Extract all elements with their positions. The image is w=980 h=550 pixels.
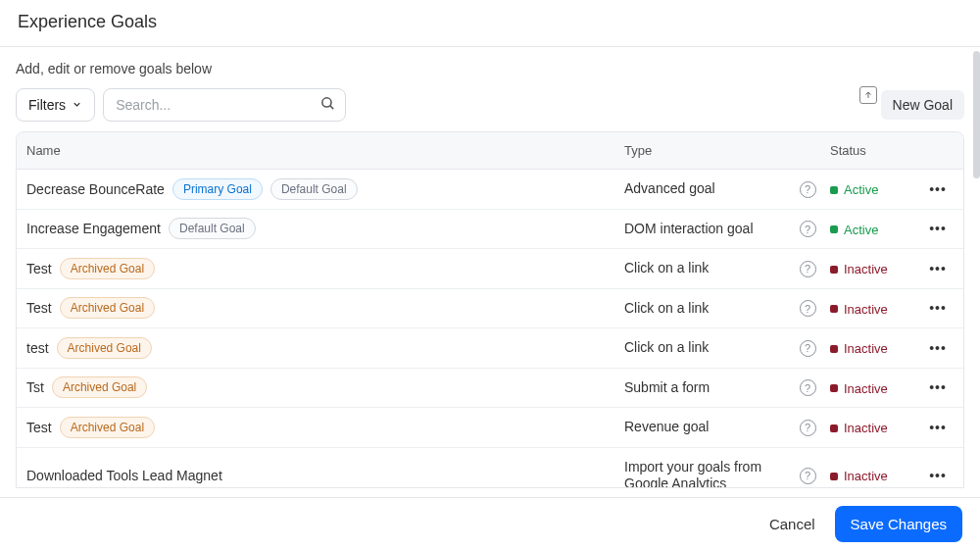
type-text: Click on a link — [624, 260, 709, 275]
cell-help: ? — [789, 379, 826, 397]
more-actions-icon[interactable]: ••• — [914, 468, 961, 483]
table-row: TstArchived GoalSubmit a form?Inactive••… — [17, 369, 963, 409]
help-icon[interactable]: ? — [800, 340, 816, 357]
cell-help: ? — [789, 419, 826, 436]
help-icon[interactable]: ? — [800, 221, 816, 237]
table-row: TestArchived GoalClick on a link?Inactiv… — [17, 249, 963, 289]
cell-status: Inactive — [826, 250, 914, 288]
cell-type: Click on a link — [620, 249, 789, 288]
left-controls: Filters — [16, 88, 346, 122]
status-dot-icon — [830, 305, 838, 313]
new-goal-button[interactable]: New Goal — [881, 90, 964, 120]
cell-status: Active — [826, 210, 914, 248]
more-actions-icon[interactable]: ••• — [914, 300, 961, 316]
cell-actions: ••• — [914, 379, 961, 395]
status-text: Active — [844, 223, 878, 237]
right-controls: New Goal — [859, 90, 964, 120]
footer: Cancel Save Changes — [0, 497, 980, 550]
more-actions-icon[interactable]: ••• — [914, 221, 961, 236]
cell-actions: ••• — [914, 181, 961, 197]
filters-label: Filters — [28, 97, 66, 113]
search-icon[interactable] — [319, 95, 336, 115]
type-text: Click on a link — [624, 300, 709, 316]
cell-actions: ••• — [914, 340, 961, 356]
cell-actions: ••• — [914, 221, 961, 236]
more-actions-icon[interactable]: ••• — [914, 340, 961, 356]
cell-type: Advanced goal — [620, 170, 789, 209]
status-chip: Inactive — [830, 262, 888, 276]
search-wrap — [103, 88, 346, 122]
cell-name: TstArchived Goal — [17, 376, 620, 398]
search-input[interactable] — [103, 88, 346, 122]
svg-point-0 — [322, 98, 331, 107]
upload-icon[interactable] — [859, 86, 877, 104]
cell-name: testArchived Goal — [17, 337, 620, 359]
help-icon[interactable]: ? — [800, 261, 816, 277]
cell-actions: ••• — [914, 300, 961, 316]
table-row: Downloaded Tools Lead MagnetImport your … — [17, 448, 963, 488]
cell-name: TestArchived Goal — [17, 258, 620, 279]
scrollbar-thumb[interactable] — [973, 51, 980, 178]
table-row: Increase EngagementDefault GoalDOM inter… — [17, 210, 963, 250]
status-text: Inactive — [844, 421, 888, 435]
save-button[interactable]: Save Changes — [835, 506, 962, 542]
cell-status: Inactive — [826, 289, 914, 327]
more-actions-icon[interactable]: ••• — [914, 420, 961, 435]
cancel-button[interactable]: Cancel — [763, 508, 821, 540]
status-chip: Active — [830, 182, 878, 197]
status-chip: Inactive — [830, 341, 888, 356]
content: Add, edit or remove goals below Filters … — [0, 47, 980, 488]
archived-goal-badge: Archived Goal — [52, 376, 147, 398]
type-text: Advanced goal — [624, 180, 715, 196]
cell-name: TestArchived Goal — [17, 417, 620, 438]
status-dot-icon — [830, 473, 838, 480]
cell-help: ? — [789, 221, 826, 238]
type-text: Revenue goal — [624, 419, 709, 434]
cell-status: Active — [826, 171, 914, 209]
status-text: Inactive — [844, 341, 888, 356]
goal-name: Test — [26, 300, 52, 316]
more-actions-icon[interactable]: ••• — [914, 261, 961, 276]
filters-button[interactable]: Filters — [16, 88, 95, 122]
more-actions-icon[interactable]: ••• — [914, 379, 961, 395]
table-header: Name Type Status — [17, 132, 963, 170]
goal-name: Test — [26, 261, 52, 276]
cell-type: Click on a link — [620, 289, 789, 328]
chevron-down-icon — [72, 97, 82, 113]
cell-type: Submit a form — [620, 369, 789, 408]
status-chip: Inactive — [830, 469, 888, 483]
cell-help: ? — [789, 300, 826, 318]
help-icon[interactable]: ? — [800, 379, 816, 396]
table-row: Decrease BounceRatePrimary GoalDefault G… — [17, 170, 963, 210]
cell-type: Click on a link — [620, 328, 789, 368]
more-actions-icon[interactable]: ••• — [914, 181, 961, 197]
status-dot-icon — [830, 225, 838, 233]
cell-help: ? — [789, 260, 826, 277]
goal-name: test — [26, 340, 49, 356]
status-text: Inactive — [844, 469, 888, 483]
type-text: Import your goals from Google Analytics — [624, 459, 761, 488]
status-chip: Inactive — [830, 421, 888, 435]
help-icon[interactable]: ? — [800, 300, 816, 317]
status-dot-icon — [830, 266, 838, 274]
goal-name: Downloaded Tools Lead Magnet — [26, 468, 222, 483]
cell-status: Inactive — [826, 409, 914, 447]
cell-help: ? — [789, 180, 826, 198]
cell-help: ? — [789, 339, 826, 357]
cell-status: Inactive — [826, 369, 914, 407]
table-body: Decrease BounceRatePrimary GoalDefault G… — [17, 170, 963, 487]
status-text: Inactive — [844, 381, 888, 396]
table-row: TestArchived GoalClick on a link?Inactiv… — [17, 289, 963, 329]
status-text: Inactive — [844, 302, 888, 317]
status-text: Active — [844, 182, 878, 197]
help-icon[interactable]: ? — [800, 420, 816, 436]
table-row: TestArchived GoalRevenue goal?Inactive••… — [17, 408, 963, 448]
top-controls: Filters New Goal — [16, 88, 964, 122]
status-dot-icon — [830, 425, 838, 432]
goals-table: Name Type Status Decrease BounceRatePrim… — [16, 131, 964, 488]
scrollbar-track[interactable] — [973, 51, 980, 473]
cell-name: TestArchived Goal — [17, 297, 620, 319]
help-icon[interactable]: ? — [800, 181, 816, 198]
help-icon[interactable]: ? — [800, 468, 816, 484]
status-text: Inactive — [844, 262, 888, 276]
